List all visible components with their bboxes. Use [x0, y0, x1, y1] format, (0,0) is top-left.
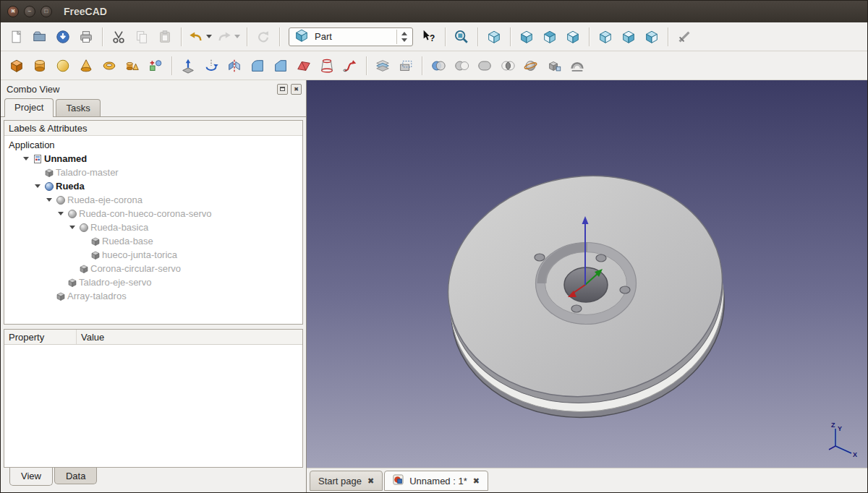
- panel-title: Combo View: [7, 84, 59, 95]
- right-view-button[interactable]: [561, 26, 584, 48]
- part-box-button[interactable]: [5, 55, 28, 77]
- undo-dropdown-caret[interactable]: [206, 35, 212, 38]
- new-document-button[interactable]: [5, 26, 28, 48]
- part-offset-button[interactable]: [394, 55, 417, 77]
- cube-rear-icon: [597, 29, 613, 45]
- part-intersection-button[interactable]: [496, 55, 519, 77]
- close-button[interactable]: ✖: [7, 6, 19, 17]
- part-torus-button[interactable]: [98, 55, 121, 77]
- viewport-column: Z Y X Start page✖Unnamed : 1*✖: [307, 80, 867, 492]
- tree-item-rueda-eje-corona[interactable]: Rueda-eje-corona: [4, 193, 302, 207]
- cube-icon: [54, 291, 67, 301]
- part-ruled-surface-button[interactable]: [292, 55, 315, 77]
- part-revolve-button[interactable]: [200, 55, 223, 77]
- print-button[interactable]: [75, 26, 98, 48]
- property-table-header: Property Value: [4, 330, 302, 345]
- window-title: FreeCAD: [64, 6, 107, 17]
- part-cross-sections-button[interactable]: [371, 55, 394, 77]
- save-document-button[interactable]: [51, 26, 75, 48]
- tree-item-application[interactable]: Application: [4, 138, 302, 152]
- xsections-icon: [375, 58, 391, 74]
- tree-item-rueda[interactable]: Rueda: [4, 179, 302, 193]
- tree-item-taladro-master[interactable]: Taladro-master: [4, 166, 302, 179]
- part-chamfer-button[interactable]: [269, 55, 292, 77]
- tab-view[interactable]: View: [9, 468, 53, 486]
- tree-item-label: Rueda-basica: [90, 222, 148, 233]
- fit-all-button[interactable]: [450, 26, 473, 48]
- toolbar-separator: [181, 27, 182, 46]
- cube-bottom-icon: [621, 29, 637, 45]
- bottom-view-button[interactable]: [617, 26, 640, 48]
- top-view-button[interactable]: [538, 26, 561, 48]
- undo-button[interactable]: [186, 26, 214, 48]
- part-cut-button[interactable]: [450, 55, 473, 77]
- tree-item-label: Rueda-base: [102, 236, 153, 246]
- measure-distance-button[interactable]: [673, 26, 696, 48]
- maximize-button[interactable]: □: [41, 6, 52, 17]
- part-cone-button[interactable]: [75, 55, 98, 77]
- tree-item-rueda-con-hueco-corona-servo[interactable]: Rueda-con-hueco-corona-servo: [4, 207, 302, 220]
- part-extrude-button[interactable]: [176, 55, 200, 77]
- minimize-button[interactable]: −: [24, 6, 35, 17]
- rear-view-button[interactable]: [594, 26, 617, 48]
- part-compound-button[interactable]: [542, 55, 566, 77]
- part-sphere-button[interactable]: [51, 55, 75, 77]
- axonometric-view-button[interactable]: [482, 26, 506, 48]
- close-tab-icon[interactable]: ✖: [473, 476, 480, 486]
- doc-tab-unnamed-1[interactable]: Unnamed : 1*✖: [384, 471, 488, 491]
- workbench-spinner[interactable]: [396, 30, 411, 44]
- part-fillet-button[interactable]: [246, 55, 269, 77]
- part-loft-button[interactable]: [315, 55, 339, 77]
- part-boolean-button[interactable]: [427, 55, 450, 77]
- float-panel-button[interactable]: [277, 84, 288, 95]
- expander-icon[interactable]: [20, 157, 31, 160]
- part-mirror-button[interactable]: [223, 55, 246, 77]
- tree-item-rueda-basica[interactable]: Rueda-basica: [4, 220, 302, 234]
- tree-item-rueda-base[interactable]: Rueda-base: [4, 234, 302, 248]
- paste-icon: [157, 29, 173, 45]
- close-tab-icon[interactable]: ✖: [367, 476, 374, 486]
- doc-tab-start-page[interactable]: Start page✖: [310, 471, 383, 491]
- bcommon-icon: [500, 58, 516, 74]
- toolbar-separator: [422, 56, 422, 75]
- expander-icon[interactable]: [67, 226, 77, 229]
- tab-data[interactable]: Data: [54, 468, 97, 484]
- part-create-primitives-button[interactable]: [121, 55, 144, 77]
- pcyl-icon: [32, 58, 48, 74]
- cube-axo-icon: [486, 29, 502, 45]
- cube-icon: [89, 250, 102, 260]
- toolbar-standard: Part?: [1, 22, 867, 51]
- tree-item-hueco-junta-torica[interactable]: hueco-junta-torica: [4, 248, 302, 262]
- combo-view-tabs: ProjectTasks: [1, 98, 306, 117]
- expander-icon[interactable]: [43, 198, 54, 202]
- expander-icon[interactable]: [55, 212, 66, 215]
- front-view-button[interactable]: [515, 26, 538, 48]
- part-cylinder-button[interactable]: [28, 55, 51, 77]
- section-icon: [523, 58, 539, 74]
- cut-button[interactable]: [107, 26, 130, 48]
- part-section-button[interactable]: [519, 55, 542, 77]
- tab-project[interactable]: Project: [4, 98, 54, 117]
- part-sweep-button[interactable]: [339, 55, 362, 77]
- expander-icon[interactable]: [32, 184, 43, 188]
- left-view-button[interactable]: [640, 26, 663, 48]
- save-icon: [55, 29, 71, 45]
- whats-this-button[interactable]: ?: [417, 26, 441, 48]
- tree-item-unnamed[interactable]: Unnamed: [4, 152, 302, 166]
- cube-icon: [43, 168, 56, 178]
- open-document-button[interactable]: [28, 26, 51, 48]
- close-panel-button[interactable]: ✖: [291, 84, 302, 95]
- tree-item-taladro-eje-servo[interactable]: Taladro-eje-servo: [4, 275, 302, 289]
- workbench-selector[interactable]: Part: [289, 27, 413, 46]
- tree-item-label: Corona-circular-servo: [90, 263, 181, 274]
- part-thickness-button[interactable]: [566, 55, 589, 77]
- redo-button: [214, 26, 242, 48]
- tree-item-corona-circular-servo[interactable]: Corona-circular-servo: [4, 262, 302, 275]
- part-shape-builder-button[interactable]: [144, 55, 167, 77]
- bcut-icon: [454, 58, 469, 74]
- tree-item-array-taladros[interactable]: Array-taladros: [4, 289, 302, 303]
- part-union-button[interactable]: [473, 55, 496, 77]
- tab-tasks[interactable]: Tasks: [56, 99, 100, 116]
- cube-front-icon: [519, 29, 535, 45]
- 3d-viewport[interactable]: Z Y X: [307, 80, 867, 468]
